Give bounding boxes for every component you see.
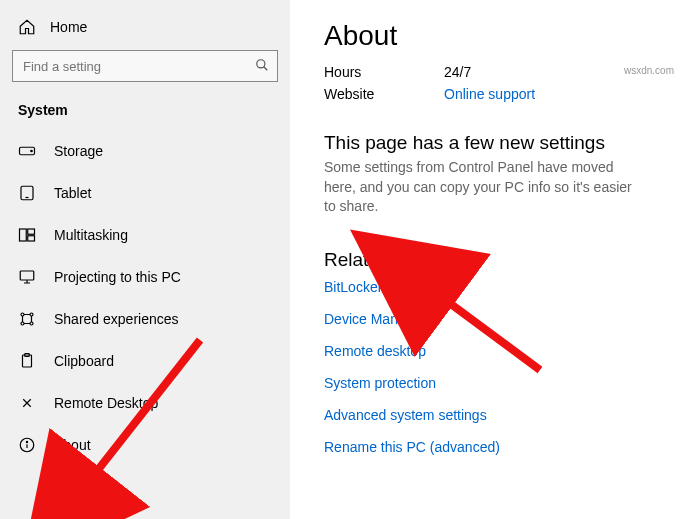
sidebar-item-shared-experiences[interactable]: Shared experiences <box>0 298 290 340</box>
tablet-icon <box>18 184 36 202</box>
sidebar-category-label: System <box>0 94 290 124</box>
newsettings-title: This page has a few new settings <box>324 132 650 154</box>
svg-point-13 <box>30 322 33 325</box>
sidebar-item-label: Clipboard <box>54 353 114 369</box>
sidebar-home[interactable]: Home <box>0 12 290 46</box>
sidebar-item-label: Remote Desktop <box>54 395 158 411</box>
sidebar-item-label: Multitasking <box>54 227 128 243</box>
search-field[interactable] <box>21 58 255 75</box>
sidebar-home-label: Home <box>50 19 87 35</box>
related-settings-list: BitLocker settings Device Manager Remote… <box>324 279 650 471</box>
shared-experiences-icon <box>18 310 36 328</box>
related-link-rename-pc[interactable]: Rename this PC (advanced) <box>324 439 500 455</box>
sidebar-item-clipboard[interactable]: Clipboard <box>0 340 290 382</box>
svg-point-11 <box>30 313 33 316</box>
watermark: wsxdn.com <box>624 65 674 76</box>
about-icon <box>18 436 36 454</box>
svg-rect-8 <box>28 236 35 241</box>
support-website-link[interactable]: Online support <box>444 86 535 102</box>
sidebar-item-label: Tablet <box>54 185 91 201</box>
related-link-advanced-system-settings[interactable]: Advanced system settings <box>324 407 487 423</box>
svg-point-18 <box>26 441 27 442</box>
sidebar-item-projecting[interactable]: Projecting to this PC <box>0 256 290 298</box>
related-link-bitlocker[interactable]: BitLocker settings <box>324 279 435 295</box>
svg-rect-6 <box>20 229 27 241</box>
search-input[interactable] <box>12 50 278 82</box>
sidebar-item-about[interactable]: About <box>0 424 290 466</box>
support-website-row: Website Online support <box>324 86 650 102</box>
related-link-device-manager[interactable]: Device Manager <box>324 311 426 327</box>
page-title: About <box>324 20 650 52</box>
svg-line-1 <box>264 66 268 70</box>
newsettings-desc: Some settings from Control Panel have mo… <box>324 158 634 217</box>
home-icon <box>18 18 36 36</box>
sidebar-item-label: Shared experiences <box>54 311 179 327</box>
svg-point-12 <box>21 322 24 325</box>
sidebar: Home System Storage Tablet <box>0 0 290 519</box>
support-hours-row: Hours 24/7 <box>324 64 650 80</box>
multitasking-icon <box>18 226 36 244</box>
content-pane: About Hours 24/7 Website Online support … <box>290 0 680 519</box>
sidebar-nav-list: Storage Tablet Multitasking Projecting t… <box>0 130 290 466</box>
sidebar-item-tablet[interactable]: Tablet <box>0 172 290 214</box>
related-link-remote-desktop[interactable]: Remote desktop <box>324 343 426 359</box>
sidebar-item-label: About <box>54 437 91 453</box>
related-settings-title: Related settings <box>324 249 650 271</box>
support-website-label: Website <box>324 86 444 102</box>
svg-point-0 <box>257 59 265 67</box>
sidebar-item-label: Storage <box>54 143 103 159</box>
sidebar-item-multitasking[interactable]: Multitasking <box>0 214 290 256</box>
svg-rect-7 <box>28 229 35 234</box>
sidebar-item-remote-desktop[interactable]: Remote Desktop <box>0 382 290 424</box>
support-hours-label: Hours <box>324 64 444 80</box>
support-hours-value: 24/7 <box>444 64 471 80</box>
search-icon <box>255 58 269 75</box>
storage-icon <box>18 142 36 160</box>
related-link-system-protection[interactable]: System protection <box>324 375 436 391</box>
svg-point-10 <box>21 313 24 316</box>
projecting-icon <box>18 268 36 286</box>
svg-point-3 <box>31 150 33 152</box>
sidebar-item-storage[interactable]: Storage <box>0 130 290 172</box>
clipboard-icon <box>18 352 36 370</box>
remote-desktop-icon <box>18 394 36 412</box>
sidebar-item-label: Projecting to this PC <box>54 269 181 285</box>
svg-rect-9 <box>20 271 34 280</box>
